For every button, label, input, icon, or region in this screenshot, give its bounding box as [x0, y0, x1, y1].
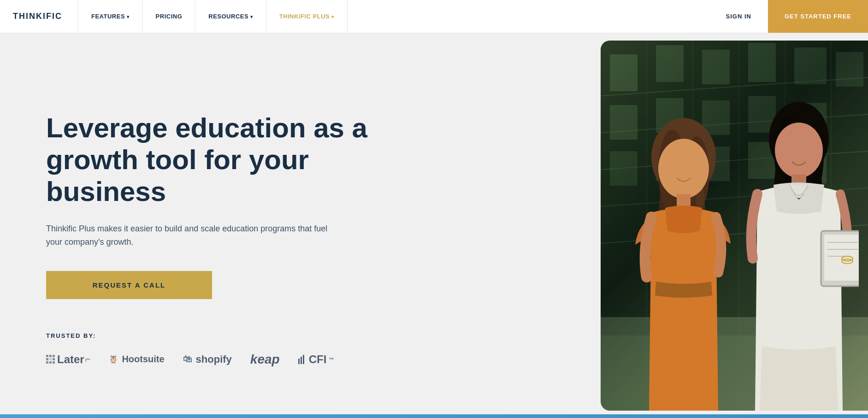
- svg-rect-13: [656, 45, 684, 82]
- nav-resources[interactable]: RESOURCES ▾: [195, 0, 266, 33]
- resources-chevron-icon: ▾: [250, 14, 253, 19]
- svg-rect-12: [610, 54, 638, 91]
- bottom-bar: [0, 414, 868, 418]
- nav-right: SIGN IN GET STARTED FREE: [709, 0, 868, 33]
- hero-heading: Leverage education as a growth tool for …: [46, 112, 369, 207]
- later-logo: Later ⌐: [46, 353, 90, 366]
- nav-pricing[interactable]: PRICING: [143, 0, 196, 33]
- pricing-label: PRICING: [156, 13, 183, 20]
- cfi-logo: CFI ™: [298, 353, 334, 366]
- svg-rect-16: [794, 47, 827, 84]
- hootsuite-logo: 🦉 Hootsuite: [109, 354, 164, 365]
- trusted-logos: Later ⌐ 🦉 Hootsuite 🛍 shopify keap: [46, 352, 564, 367]
- hero-photo: [601, 41, 868, 411]
- svg-point-33: [658, 139, 709, 199]
- navbar: THINKIFIC FEATURES ▾ PRICING RESOURCES ▾…: [0, 0, 868, 33]
- features-chevron-icon: ▾: [127, 14, 130, 19]
- keap-logo: keap: [250, 352, 280, 367]
- hero-content: Leverage education as a growth tool for …: [0, 33, 601, 418]
- resources-label: RESOURCES: [208, 13, 248, 20]
- svg-rect-17: [836, 52, 863, 87]
- features-label: FEATURES: [91, 13, 125, 20]
- trusted-section: TRUSTED BY:: [46, 332, 564, 367]
- hero-image: [601, 33, 868, 418]
- cfi-bars-icon: [298, 355, 304, 364]
- trusted-label: TRUSTED BY:: [46, 332, 564, 339]
- woman2-figure: [739, 88, 859, 411]
- request-call-button[interactable]: REQUEST A CALL: [46, 271, 212, 299]
- hero-subtext: Thinkific Plus makes it easier to build …: [46, 222, 332, 249]
- later-grid-icon: [46, 355, 55, 364]
- nav-features[interactable]: FEATURES ▾: [78, 0, 143, 33]
- svg-rect-15: [748, 43, 776, 82]
- hootsuite-text: Hootsuite: [122, 354, 164, 365]
- cfi-text: CFI: [309, 353, 327, 366]
- hootsuite-owl-icon: 🦉: [109, 355, 118, 364]
- shopify-text: shopify: [196, 353, 232, 365]
- nav-links: FEATURES ▾ PRICING RESOURCES ▾ THINKIFIC…: [78, 0, 709, 33]
- later-text: Later: [57, 353, 84, 366]
- sign-in-button[interactable]: SIGN IN: [709, 13, 768, 20]
- svg-rect-14: [702, 50, 730, 84]
- shopify-bag-icon: 🛍: [183, 354, 192, 365]
- thinkific-plus-label: THINKIFIC PLUS: [279, 13, 330, 20]
- thinkific-plus-chevron-icon: ▾: [331, 14, 334, 19]
- get-started-button[interactable]: GET STARTED FREE: [768, 0, 868, 33]
- hero-section: Leverage education as a growth tool for …: [0, 33, 868, 418]
- cfi-trademark: ™: [329, 357, 334, 362]
- woman1-figure: [628, 97, 739, 411]
- site-logo[interactable]: THINKIFIC: [0, 0, 78, 33]
- nav-thinkific-plus[interactable]: THINKIFIC PLUS ▾: [266, 0, 348, 33]
- keap-text: keap: [250, 352, 280, 367]
- logo-text: THINKIFIC: [13, 12, 62, 21]
- svg-point-38: [775, 123, 823, 178]
- later-bracket: ⌐: [85, 354, 91, 365]
- shopify-logo: 🛍 shopify: [183, 353, 232, 365]
